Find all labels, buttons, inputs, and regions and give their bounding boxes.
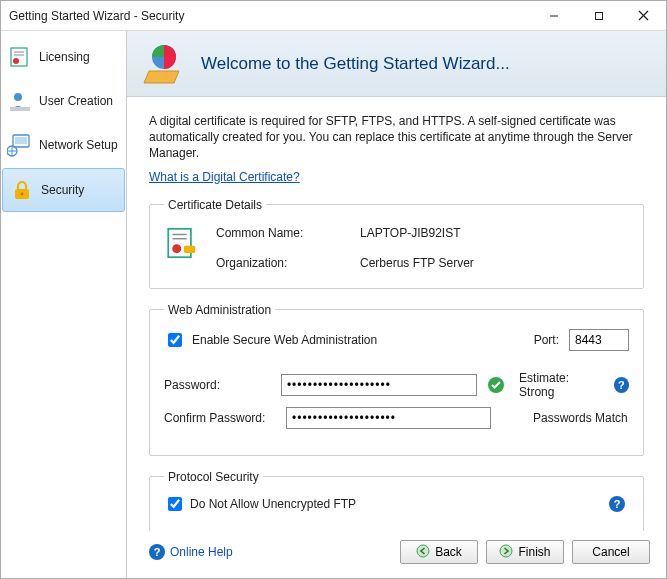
sidebar-item-label: Security [41, 183, 84, 197]
user-icon [7, 88, 33, 114]
disallow-unencrypted-ftp-label: Do Not Allow Unencrypted FTP [190, 497, 356, 511]
sidebar-item-label: Network Setup [39, 138, 118, 152]
intro-text: A digital certificate is required for SF… [149, 113, 644, 162]
enable-web-admin-label: Enable Secure Web Administration [192, 333, 377, 347]
sidebar: Licensing User Creation Network Setup Se… [1, 31, 127, 578]
protocol-security-legend: Protocol Security [164, 470, 263, 484]
cancel-button[interactable]: Cancel [572, 540, 650, 564]
confirm-password-input[interactable] [286, 407, 491, 429]
svg-rect-11 [15, 137, 27, 144]
network-icon [7, 132, 33, 158]
svg-point-19 [172, 244, 181, 253]
lock-icon [9, 177, 35, 203]
port-input[interactable] [569, 329, 629, 351]
svg-point-5 [13, 58, 19, 64]
online-help-label: Online Help [170, 545, 233, 559]
close-button[interactable] [621, 1, 666, 30]
wizard-window: Getting Started Wizard - Security Licens… [0, 0, 667, 579]
help-icon[interactable]: ? [609, 496, 625, 512]
sidebar-item-licensing[interactable]: Licensing [1, 35, 126, 79]
check-circle-icon [487, 376, 505, 394]
svg-rect-22 [184, 245, 195, 252]
passwords-match-text: Passwords Match [533, 411, 628, 425]
protocol-security-fieldset: Protocol Security Do Not Allow Unencrypt… [149, 470, 644, 531]
certificate-details-fieldset: Certificate Details Common Name: LAPTOP-… [149, 198, 644, 289]
web-administration-fieldset: Web Administration Enable Secure Web Adm… [149, 303, 644, 456]
password-input[interactable] [281, 374, 477, 396]
disallow-unencrypted-ftp-checkbox[interactable] [168, 497, 182, 511]
minimize-button[interactable] [531, 1, 576, 30]
certificate-details-legend: Certificate Details [164, 198, 266, 212]
certificate-icon [164, 226, 198, 260]
back-button[interactable]: Back [400, 540, 478, 564]
sidebar-item-network-setup[interactable]: Network Setup [1, 123, 126, 167]
help-icon: ? [149, 544, 165, 560]
organization-value: Cerberus FTP Server [360, 256, 474, 270]
port-label: Port: [534, 333, 559, 347]
arrow-right-icon [499, 544, 513, 561]
sidebar-item-label: Licensing [39, 50, 90, 64]
help-icon[interactable]: ? [614, 377, 629, 393]
wizard-icon [141, 41, 187, 87]
confirm-password-label: Confirm Password: [164, 411, 276, 425]
common-name-value: LAPTOP-JIB92IST [360, 226, 474, 240]
svg-rect-9 [10, 107, 30, 111]
web-administration-legend: Web Administration [164, 303, 275, 317]
common-name-label: Common Name: [216, 226, 336, 240]
main-panel: Welcome to the Getting Started Wizard...… [127, 31, 666, 578]
titlebar: Getting Started Wizard - Security [1, 1, 666, 31]
banner: Welcome to the Getting Started Wizard... [127, 31, 666, 97]
banner-title: Welcome to the Getting Started Wizard... [201, 54, 510, 74]
svg-point-8 [14, 93, 22, 101]
maximize-button[interactable] [576, 1, 621, 30]
sidebar-item-security[interactable]: Security [2, 168, 125, 212]
password-label: Password: [164, 378, 271, 392]
what-is-cert-link[interactable]: What is a Digital Certificate? [149, 170, 300, 184]
svg-point-16 [21, 193, 24, 196]
window-title: Getting Started Wizard - Security [9, 9, 531, 23]
online-help-link[interactable]: ? Online Help [149, 544, 233, 560]
sidebar-item-user-creation[interactable]: User Creation [1, 79, 126, 123]
sidebar-item-label: User Creation [39, 94, 113, 108]
svg-point-25 [500, 545, 512, 557]
enable-web-admin-checkbox[interactable] [168, 333, 182, 347]
wizard-footer: ? Online Help Back Finish C [127, 531, 666, 578]
svg-point-24 [417, 545, 429, 557]
certificate-icon [7, 44, 33, 70]
finish-button[interactable]: Finish [486, 540, 564, 564]
password-strength-text: Estimate: Strong [519, 371, 604, 399]
content: A digital certificate is required for SF… [127, 97, 666, 531]
svg-rect-4 [11, 48, 27, 66]
organization-label: Organization: [216, 256, 336, 270]
arrow-left-icon [416, 544, 430, 561]
window-controls [531, 1, 666, 30]
svg-rect-1 [595, 12, 602, 19]
